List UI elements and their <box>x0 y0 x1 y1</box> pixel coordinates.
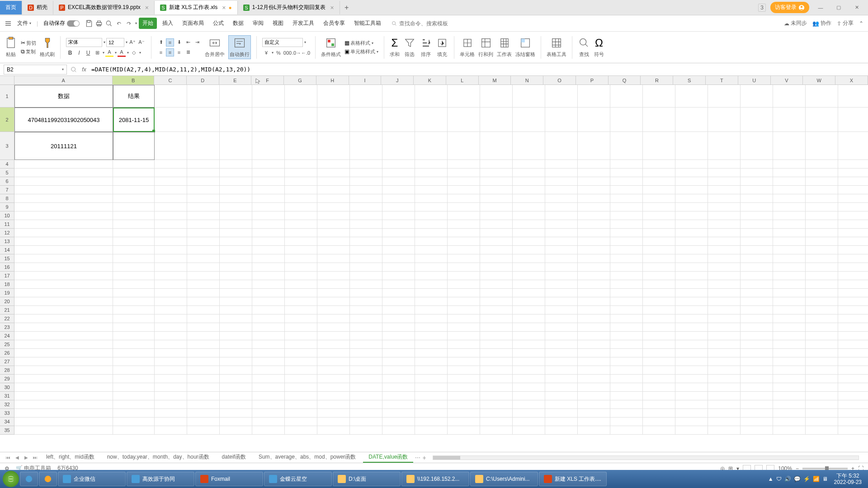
cell[interactable] <box>480 186 513 194</box>
cell[interactable] <box>113 340 155 349</box>
cell[interactable] <box>285 160 317 169</box>
cell[interactable] <box>643 211 675 220</box>
cell[interactable] <box>708 272 741 280</box>
cell[interactable] <box>350 169 382 177</box>
cell[interactable] <box>350 426 382 435</box>
cell[interactable] <box>741 383 773 392</box>
cell[interactable] <box>350 263 382 272</box>
cell[interactable] <box>838 332 868 340</box>
freeze-button[interactable]: 冻结窗格 <box>515 37 535 58</box>
cell[interactable] <box>578 194 610 203</box>
col-header-X[interactable]: X <box>835 76 868 84</box>
cell[interactable] <box>113 332 155 340</box>
cell[interactable] <box>480 400 513 409</box>
cell[interactable] <box>187 194 220 203</box>
cell[interactable] <box>480 160 513 169</box>
indent-left-icon[interactable]: ⇤ <box>184 38 192 47</box>
cell[interactable] <box>773 246 806 254</box>
cell[interactable] <box>708 220 741 229</box>
cell[interactable] <box>220 229 252 237</box>
cell[interactable] <box>610 400 643 409</box>
cell[interactable] <box>513 169 545 177</box>
cell[interactable] <box>838 314 868 323</box>
cell[interactable] <box>285 383 317 392</box>
align-center-icon[interactable]: ≡ <box>166 48 174 56</box>
cell[interactable] <box>187 108 220 132</box>
cell[interactable] <box>350 246 382 254</box>
cell[interactable] <box>220 314 252 323</box>
add-sheet-button[interactable]: + <box>422 454 426 461</box>
cell[interactable] <box>675 263 708 272</box>
cell[interactable] <box>708 332 741 340</box>
cell[interactable] <box>415 194 448 203</box>
cell[interactable] <box>578 237 610 246</box>
cell[interactable] <box>513 289 545 297</box>
row-header-9[interactable]: 9 <box>0 203 14 211</box>
cell[interactable] <box>513 203 545 211</box>
cell[interactable] <box>252 254 285 263</box>
cell[interactable] <box>415 272 448 280</box>
cell[interactable] <box>448 349 480 357</box>
cell[interactable] <box>806 323 838 332</box>
cell[interactable] <box>187 211 220 220</box>
cell[interactable] <box>773 418 806 426</box>
cell[interactable] <box>610 160 643 169</box>
cell[interactable] <box>741 186 773 194</box>
cell[interactable] <box>545 203 578 211</box>
cell[interactable] <box>285 263 317 272</box>
cell[interactable] <box>382 314 415 323</box>
cell[interactable] <box>350 186 382 194</box>
close-icon[interactable]: × <box>222 4 226 11</box>
cell[interactable] <box>187 132 220 160</box>
cell[interactable] <box>610 357 643 366</box>
cell[interactable] <box>220 375 252 383</box>
cell[interactable] <box>643 409 675 418</box>
tb-browser2[interactable] <box>39 472 57 486</box>
cell[interactable] <box>448 289 480 297</box>
row-header-26[interactable]: 26 <box>0 349 14 357</box>
taskbar-clock[interactable]: 下午 5:32 2022-09-23 <box>830 473 865 486</box>
row-header-35[interactable]: 35 <box>0 426 14 435</box>
cell[interactable] <box>838 357 868 366</box>
cell[interactable] <box>113 289 155 297</box>
cell[interactable] <box>838 280 868 289</box>
format-painter[interactable]: 格式刷 <box>40 37 55 58</box>
cell[interactable] <box>773 203 806 211</box>
cell[interactable] <box>838 132 868 160</box>
cell[interactable] <box>317 220 350 229</box>
cell[interactable] <box>14 392 113 400</box>
cut-button[interactable]: ✂剪切 <box>21 40 36 47</box>
menu-data[interactable]: 数据 <box>229 18 247 29</box>
cell[interactable] <box>187 418 220 426</box>
cell[interactable] <box>838 237 868 246</box>
cell[interactable] <box>285 169 317 177</box>
cell[interactable] <box>838 272 868 280</box>
cell[interactable] <box>675 332 708 340</box>
cell[interactable] <box>643 132 675 160</box>
cell[interactable] <box>675 254 708 263</box>
cell[interactable] <box>513 297 545 306</box>
cell[interactable] <box>317 132 350 160</box>
cell[interactable] <box>545 280 578 289</box>
cell[interactable] <box>350 400 382 409</box>
cell[interactable] <box>610 132 643 160</box>
cell[interactable] <box>741 169 773 177</box>
cell[interactable] <box>806 289 838 297</box>
cell[interactable] <box>285 349 317 357</box>
cell[interactable] <box>643 186 675 194</box>
cell[interactable] <box>448 426 480 435</box>
cell[interactable] <box>610 263 643 272</box>
cell[interactable] <box>545 177 578 186</box>
table-style-button[interactable]: ▦表格样式▾ <box>344 40 378 47</box>
cell[interactable] <box>285 85 317 108</box>
cell[interactable] <box>610 418 643 426</box>
cell[interactable] <box>675 289 708 297</box>
cell[interactable] <box>578 229 610 237</box>
cell[interactable] <box>285 400 317 409</box>
cell[interactable] <box>708 211 741 220</box>
cell[interactable] <box>545 108 578 132</box>
cell[interactable] <box>285 108 317 132</box>
cell[interactable] <box>708 169 741 177</box>
cell[interactable] <box>187 186 220 194</box>
cell[interactable] <box>415 349 448 357</box>
